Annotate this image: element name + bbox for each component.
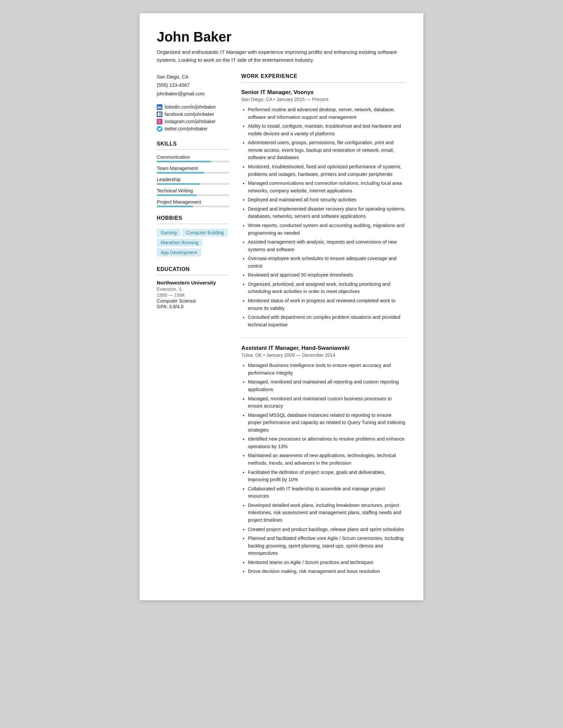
- hobbies-title: HOBBIES: [157, 215, 229, 221]
- job-bullet: Managed communications and connection so…: [248, 180, 406, 194]
- job-section: Assistant IT Manager, Hand-SwaniawskiTul…: [241, 345, 406, 575]
- hobby-tag: Marathon Running: [157, 239, 202, 247]
- job-meta: Tulsa, OK • January 2009 — December 2014: [241, 352, 406, 358]
- skill-bar-bg: [157, 161, 229, 162]
- instagram-label: instagram.com/johnbaker: [165, 119, 215, 124]
- edu-field: Computer Science: [157, 298, 229, 304]
- job-meta: San Diego, CA • January 2015 — Present: [241, 97, 406, 102]
- social-item-twitter: twitter.com/johnbaker: [157, 126, 229, 132]
- social-item-facebook: facebook.com/johnbaker: [157, 112, 229, 117]
- job-bullet: Facilitated the definition of project sc…: [248, 469, 406, 483]
- edu-location: Evanston, IL: [157, 286, 229, 292]
- skill-name: Technical Writing: [157, 188, 229, 193]
- contact-location: San Diego, CA: [157, 73, 229, 81]
- hobby-tag: App Development: [157, 248, 201, 256]
- job-bullet: Developed detailed work plans, including…: [248, 502, 406, 524]
- education-divider: [157, 275, 229, 275]
- svg-point-0: [160, 120, 161, 121]
- hobbies-list: GamingComputer BuildingMarathon RunningA…: [157, 229, 229, 258]
- job-section: Senior IT Manager, VoonyxSan Diego, CA •…: [241, 89, 406, 338]
- job-bullet: Planned and facilitated effective core A…: [248, 535, 406, 557]
- job-separator: [241, 338, 406, 338]
- skill-name: Team Management: [157, 166, 229, 171]
- job-bullet: Reviewed and approved 50 employee timesh…: [248, 271, 406, 279]
- job-bullet: Administered users, groups, permissions,…: [248, 139, 406, 161]
- jobs-list: Senior IT Manager, VoonyxSan Diego, CA •…: [241, 89, 406, 575]
- job-bullets: Performed routine and advanced desktop, …: [241, 106, 406, 328]
- skill-bar-fill: [157, 194, 197, 196]
- social-item-linkedin: linkedin.com/in/johnbaker: [157, 104, 229, 110]
- job-bullet: Managed Business Intelligence tools to e…: [248, 362, 406, 377]
- skills-divider: [157, 149, 229, 150]
- hobbies-divider: [157, 224, 229, 224]
- edu-university: Northwestern University: [157, 280, 229, 286]
- social-item-instagram: instagram.com/johnbaker: [157, 119, 229, 124]
- left-column: San Diego, CA (555) 123-4567 johnbaker@g…: [157, 73, 229, 584]
- job-bullet: Consulted with department on complex pro…: [248, 314, 406, 328]
- contact-section: San Diego, CA (555) 123-4567 johnbaker@g…: [157, 73, 229, 98]
- job-bullet: Wrote reports, conducted system and acco…: [248, 222, 406, 237]
- work-experience-title: WORK EXPERIENCE: [241, 73, 406, 79]
- skill-bar-fill: [157, 172, 204, 174]
- header-section: John Baker Organized and enthusiastic IT…: [157, 29, 406, 64]
- job-title: Senior IT Manager, Voonyx: [241, 89, 406, 96]
- job-bullet: Drove decision making, risk management a…: [248, 568, 406, 575]
- skills-title: SKILLS: [157, 141, 229, 147]
- skill-bar-fill: [157, 183, 200, 185]
- skill-bar-bg: [157, 194, 229, 196]
- skills-list: Communication Team Management Leadership…: [157, 154, 229, 207]
- skill-bar-fill: [157, 206, 193, 207]
- job-bullet: Monitored status of work in progress and…: [248, 297, 406, 312]
- instagram-icon: [157, 119, 162, 124]
- job-bullet: Designed and implemented disaster recove…: [248, 205, 406, 220]
- skill-name: Project Management: [157, 199, 229, 205]
- main-layout: San Diego, CA (555) 123-4567 johnbaker@g…: [157, 73, 406, 584]
- job-bullet: Managed, monitored and maintained custom…: [248, 395, 406, 410]
- hobby-tag: Computer Building: [182, 229, 228, 237]
- job-bullet: Collaborated with IT leadership to assem…: [248, 485, 406, 500]
- skill-name: Communication: [157, 154, 229, 160]
- skill-bar-bg: [157, 172, 229, 174]
- hobbies-section: HOBBIES GamingComputer BuildingMarathon …: [157, 215, 229, 258]
- job-bullet: Managed MSSQL database instances related…: [248, 412, 406, 434]
- resume-document: John Baker Organized and enthusiastic IT…: [140, 13, 423, 600]
- edu-years: 1990 — 1994: [157, 292, 229, 298]
- edu-gpa: GPA: 3.8/4.0: [157, 304, 229, 309]
- linkedin-label: linkedin.com/in/johnbaker: [165, 105, 216, 110]
- skill-item: Team Management: [157, 166, 229, 174]
- candidate-summary: Organized and enthusiastic IT Manager wi…: [157, 48, 406, 64]
- twitter-label: twitter.com/johnbaker: [165, 126, 208, 131]
- job-bullets: Managed Business Intelligence tools to e…: [241, 362, 406, 575]
- skill-item: Technical Writing: [157, 188, 229, 196]
- education-title: EDUCATION: [157, 266, 229, 272]
- social-links-section: linkedin.com/in/johnbaker facebook.com/j…: [157, 104, 229, 132]
- job-bullet: Mentored teams on Agile / Scrum practice…: [248, 559, 406, 566]
- skill-item: Leadership: [157, 177, 229, 185]
- facebook-icon: [157, 112, 162, 117]
- job-bullet: Deployed and maintained all host securit…: [248, 196, 406, 204]
- candidate-name: John Baker: [157, 29, 406, 45]
- skill-bar-bg: [157, 183, 229, 185]
- hobby-tag: Gaming: [157, 229, 181, 237]
- job-bullet: Organized, prioritized, and assigned wor…: [248, 281, 406, 295]
- job-bullet: Performed routine and advanced desktop, …: [248, 106, 406, 121]
- education-section: EDUCATION Northwestern University Evanst…: [157, 266, 229, 309]
- skill-name: Leadership: [157, 177, 229, 182]
- contact-email: johnbaker@gmail.com: [157, 90, 229, 98]
- job-title: Assistant IT Manager, Hand-Swaniawski: [241, 345, 406, 351]
- linkedin-icon: [157, 104, 162, 110]
- job-bullet: Oversaw employee work schedules to ensur…: [248, 255, 406, 270]
- right-column: WORK EXPERIENCE Senior IT Manager, Voony…: [241, 73, 406, 584]
- job-bullet: Ability to install, configure, maintain,…: [248, 122, 406, 137]
- skill-bar-bg: [157, 206, 229, 207]
- skill-bar-fill: [157, 161, 211, 162]
- job-bullet: Identified new processes or alternatives…: [248, 435, 406, 450]
- job-bullet: Created project and product backlogs, re…: [248, 526, 406, 533]
- skills-section: SKILLS Communication Team Management Lea…: [157, 141, 229, 207]
- facebook-label: facebook.com/johnbaker: [165, 112, 214, 117]
- contact-phone: (555) 123-4567: [157, 82, 229, 89]
- twitter-icon: [157, 126, 162, 132]
- job-bullet: Assisted management with analysis, reque…: [248, 238, 406, 253]
- job-bullet: Maintained an awareness of new applicati…: [248, 452, 406, 467]
- skill-item: Project Management: [157, 199, 229, 207]
